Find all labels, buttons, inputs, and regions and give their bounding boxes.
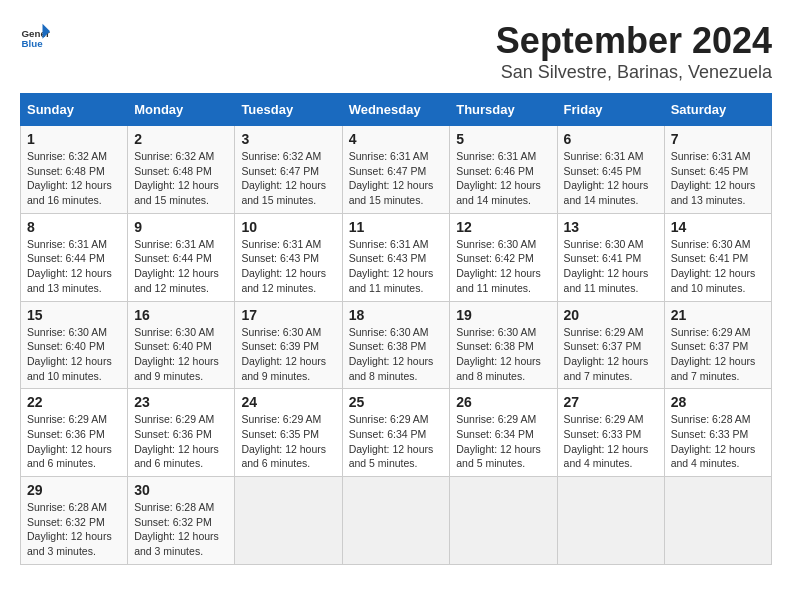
calendar-cell bbox=[664, 477, 771, 565]
calendar-cell: 17 Sunrise: 6:30 AMSunset: 6:39 PMDaylig… bbox=[235, 301, 342, 389]
calendar-cell: 11 Sunrise: 6:31 AMSunset: 6:43 PMDaylig… bbox=[342, 213, 450, 301]
calendar-cell: 28 Sunrise: 6:28 AMSunset: 6:33 PMDaylig… bbox=[664, 389, 771, 477]
calendar-header-row: SundayMondayTuesdayWednesdayThursdayFrid… bbox=[21, 94, 772, 126]
day-detail: Sunrise: 6:29 AMSunset: 6:37 PMDaylight:… bbox=[671, 326, 756, 382]
day-number: 8 bbox=[27, 219, 121, 235]
calendar-row: 1 Sunrise: 6:32 AMSunset: 6:48 PMDayligh… bbox=[21, 126, 772, 214]
calendar-cell: 12 Sunrise: 6:30 AMSunset: 6:42 PMDaylig… bbox=[450, 213, 557, 301]
calendar-cell: 25 Sunrise: 6:29 AMSunset: 6:34 PMDaylig… bbox=[342, 389, 450, 477]
col-header-tuesday: Tuesday bbox=[235, 94, 342, 126]
day-detail: Sunrise: 6:31 AMSunset: 6:44 PMDaylight:… bbox=[27, 238, 112, 294]
calendar-row: 22 Sunrise: 6:29 AMSunset: 6:36 PMDaylig… bbox=[21, 389, 772, 477]
calendar-cell: 19 Sunrise: 6:30 AMSunset: 6:38 PMDaylig… bbox=[450, 301, 557, 389]
day-detail: Sunrise: 6:31 AMSunset: 6:45 PMDaylight:… bbox=[671, 150, 756, 206]
day-number: 16 bbox=[134, 307, 228, 323]
calendar-row: 29 Sunrise: 6:28 AMSunset: 6:32 PMDaylig… bbox=[21, 477, 772, 565]
calendar-cell: 18 Sunrise: 6:30 AMSunset: 6:38 PMDaylig… bbox=[342, 301, 450, 389]
day-detail: Sunrise: 6:30 AMSunset: 6:38 PMDaylight:… bbox=[349, 326, 434, 382]
day-number: 7 bbox=[671, 131, 765, 147]
col-header-monday: Monday bbox=[128, 94, 235, 126]
day-number: 5 bbox=[456, 131, 550, 147]
col-header-thursday: Thursday bbox=[450, 94, 557, 126]
day-number: 2 bbox=[134, 131, 228, 147]
day-number: 29 bbox=[27, 482, 121, 498]
day-number: 28 bbox=[671, 394, 765, 410]
day-detail: Sunrise: 6:32 AMSunset: 6:47 PMDaylight:… bbox=[241, 150, 326, 206]
calendar-cell bbox=[450, 477, 557, 565]
calendar-cell: 26 Sunrise: 6:29 AMSunset: 6:34 PMDaylig… bbox=[450, 389, 557, 477]
day-number: 9 bbox=[134, 219, 228, 235]
calendar-cell: 30 Sunrise: 6:28 AMSunset: 6:32 PMDaylig… bbox=[128, 477, 235, 565]
day-number: 26 bbox=[456, 394, 550, 410]
calendar-cell: 4 Sunrise: 6:31 AMSunset: 6:47 PMDayligh… bbox=[342, 126, 450, 214]
page-title: September 2024 bbox=[496, 20, 772, 62]
day-detail: Sunrise: 6:31 AMSunset: 6:47 PMDaylight:… bbox=[349, 150, 434, 206]
day-detail: Sunrise: 6:31 AMSunset: 6:43 PMDaylight:… bbox=[241, 238, 326, 294]
logo-icon: General Blue bbox=[20, 20, 50, 50]
calendar-row: 15 Sunrise: 6:30 AMSunset: 6:40 PMDaylig… bbox=[21, 301, 772, 389]
day-detail: Sunrise: 6:28 AMSunset: 6:32 PMDaylight:… bbox=[27, 501, 112, 557]
calendar-cell: 8 Sunrise: 6:31 AMSunset: 6:44 PMDayligh… bbox=[21, 213, 128, 301]
calendar-cell bbox=[235, 477, 342, 565]
calendar-row: 8 Sunrise: 6:31 AMSunset: 6:44 PMDayligh… bbox=[21, 213, 772, 301]
day-number: 11 bbox=[349, 219, 444, 235]
day-number: 27 bbox=[564, 394, 658, 410]
calendar-cell: 15 Sunrise: 6:30 AMSunset: 6:40 PMDaylig… bbox=[21, 301, 128, 389]
day-number: 1 bbox=[27, 131, 121, 147]
svg-text:Blue: Blue bbox=[22, 38, 44, 49]
day-detail: Sunrise: 6:29 AMSunset: 6:33 PMDaylight:… bbox=[564, 413, 649, 469]
day-number: 23 bbox=[134, 394, 228, 410]
col-header-wednesday: Wednesday bbox=[342, 94, 450, 126]
calendar-cell: 29 Sunrise: 6:28 AMSunset: 6:32 PMDaylig… bbox=[21, 477, 128, 565]
day-number: 15 bbox=[27, 307, 121, 323]
day-number: 20 bbox=[564, 307, 658, 323]
day-number: 19 bbox=[456, 307, 550, 323]
day-detail: Sunrise: 6:30 AMSunset: 6:41 PMDaylight:… bbox=[671, 238, 756, 294]
day-detail: Sunrise: 6:29 AMSunset: 6:34 PMDaylight:… bbox=[349, 413, 434, 469]
day-number: 17 bbox=[241, 307, 335, 323]
page-subtitle: San Silvestre, Barinas, Venezuela bbox=[496, 62, 772, 83]
day-detail: Sunrise: 6:32 AMSunset: 6:48 PMDaylight:… bbox=[27, 150, 112, 206]
calendar-cell: 14 Sunrise: 6:30 AMSunset: 6:41 PMDaylig… bbox=[664, 213, 771, 301]
day-detail: Sunrise: 6:29 AMSunset: 6:37 PMDaylight:… bbox=[564, 326, 649, 382]
calendar-cell: 1 Sunrise: 6:32 AMSunset: 6:48 PMDayligh… bbox=[21, 126, 128, 214]
day-number: 25 bbox=[349, 394, 444, 410]
calendar-cell: 21 Sunrise: 6:29 AMSunset: 6:37 PMDaylig… bbox=[664, 301, 771, 389]
day-number: 4 bbox=[349, 131, 444, 147]
day-number: 12 bbox=[456, 219, 550, 235]
day-detail: Sunrise: 6:30 AMSunset: 6:38 PMDaylight:… bbox=[456, 326, 541, 382]
calendar-cell: 22 Sunrise: 6:29 AMSunset: 6:36 PMDaylig… bbox=[21, 389, 128, 477]
day-number: 30 bbox=[134, 482, 228, 498]
day-detail: Sunrise: 6:30 AMSunset: 6:40 PMDaylight:… bbox=[134, 326, 219, 382]
day-detail: Sunrise: 6:32 AMSunset: 6:48 PMDaylight:… bbox=[134, 150, 219, 206]
calendar-cell: 16 Sunrise: 6:30 AMSunset: 6:40 PMDaylig… bbox=[128, 301, 235, 389]
calendar-cell bbox=[557, 477, 664, 565]
calendar-cell: 6 Sunrise: 6:31 AMSunset: 6:45 PMDayligh… bbox=[557, 126, 664, 214]
day-detail: Sunrise: 6:29 AMSunset: 6:34 PMDaylight:… bbox=[456, 413, 541, 469]
calendar-cell bbox=[342, 477, 450, 565]
day-number: 6 bbox=[564, 131, 658, 147]
calendar-cell: 5 Sunrise: 6:31 AMSunset: 6:46 PMDayligh… bbox=[450, 126, 557, 214]
day-detail: Sunrise: 6:31 AMSunset: 6:46 PMDaylight:… bbox=[456, 150, 541, 206]
day-number: 13 bbox=[564, 219, 658, 235]
day-detail: Sunrise: 6:31 AMSunset: 6:43 PMDaylight:… bbox=[349, 238, 434, 294]
calendar-cell: 10 Sunrise: 6:31 AMSunset: 6:43 PMDaylig… bbox=[235, 213, 342, 301]
title-block: September 2024 San Silvestre, Barinas, V… bbox=[496, 20, 772, 83]
calendar-cell: 24 Sunrise: 6:29 AMSunset: 6:35 PMDaylig… bbox=[235, 389, 342, 477]
day-detail: Sunrise: 6:28 AMSunset: 6:32 PMDaylight:… bbox=[134, 501, 219, 557]
calendar-table: SundayMondayTuesdayWednesdayThursdayFrid… bbox=[20, 93, 772, 565]
calendar-cell: 23 Sunrise: 6:29 AMSunset: 6:36 PMDaylig… bbox=[128, 389, 235, 477]
col-header-sunday: Sunday bbox=[21, 94, 128, 126]
day-detail: Sunrise: 6:29 AMSunset: 6:36 PMDaylight:… bbox=[27, 413, 112, 469]
day-detail: Sunrise: 6:30 AMSunset: 6:39 PMDaylight:… bbox=[241, 326, 326, 382]
col-header-friday: Friday bbox=[557, 94, 664, 126]
page-header: General Blue September 2024 San Silvestr… bbox=[20, 20, 772, 83]
day-number: 18 bbox=[349, 307, 444, 323]
calendar-cell: 2 Sunrise: 6:32 AMSunset: 6:48 PMDayligh… bbox=[128, 126, 235, 214]
day-detail: Sunrise: 6:31 AMSunset: 6:44 PMDaylight:… bbox=[134, 238, 219, 294]
day-detail: Sunrise: 6:29 AMSunset: 6:35 PMDaylight:… bbox=[241, 413, 326, 469]
day-number: 14 bbox=[671, 219, 765, 235]
calendar-cell: 27 Sunrise: 6:29 AMSunset: 6:33 PMDaylig… bbox=[557, 389, 664, 477]
day-detail: Sunrise: 6:30 AMSunset: 6:41 PMDaylight:… bbox=[564, 238, 649, 294]
day-detail: Sunrise: 6:30 AMSunset: 6:40 PMDaylight:… bbox=[27, 326, 112, 382]
